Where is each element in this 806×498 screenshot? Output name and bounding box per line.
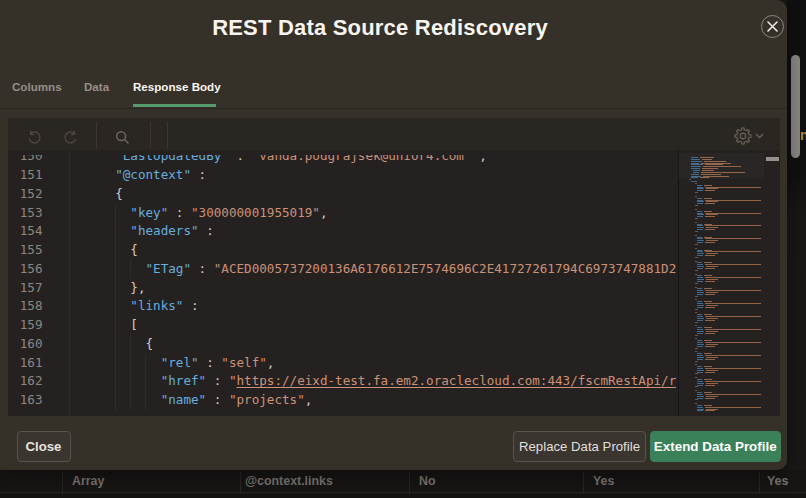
minimap-line [704,327,712,328]
editor-scrollbar-thumb[interactable] [766,157,779,162]
minimap-line [704,366,712,367]
page-scrollbar-thumb[interactable] [791,55,800,158]
minimap-line [704,392,712,393]
code-line-156: 156 "ETag" : "ACED0005737200136A6176612E… [8,260,676,279]
minimap-line [697,213,703,214]
minimap-line [695,183,697,184]
minimap-line [695,209,697,210]
minimap-line [697,307,703,308]
undo-button[interactable] [19,121,51,153]
minimap-line [695,274,697,275]
code-line-159: 159 [ [8,316,676,335]
minimap-line [704,314,712,315]
tab-columns[interactable]: Columns [12,80,62,93]
minimap-line [705,329,761,330]
line-number: 154 [8,222,43,241]
minimap-line [697,407,703,408]
background-column-separator [62,471,63,493]
minimap-line [697,329,703,330]
editor-settings-button[interactable] [727,120,771,152]
indent-guide [130,260,131,279]
code-line-158: 158 "links" : [8,297,676,316]
code-line-151: 151 "@context" : [8,166,676,185]
minimap-line [697,333,703,334]
background-column-separator [409,471,410,493]
minimap-line [697,281,703,282]
dialog-title: REST Data Source Rediscovery [0,15,760,41]
minimap-line [705,398,715,399]
minimap-line [705,355,761,356]
extend-data-profile-button[interactable]: Extend Data Profile [650,431,782,462]
href-link[interactable]: https://eixd-test.fa.em2.oraclecloud.com… [237,373,676,388]
minimap-line [697,253,704,254]
minimap-line [705,346,715,347]
minimap-line [705,342,761,343]
replace-data-profile-button[interactable]: Replace Data Profile [513,431,646,462]
line-text: "LastUpdatedBy" : "vanda.podgrajsek@unio… [100,155,487,166]
tab-response-body[interactable]: Response Body [133,80,221,93]
editor-minimap[interactable] [678,150,764,416]
line-text: "href" : "https://eixd-test.fa.em2.oracl… [100,372,676,391]
line-text: }, [100,279,146,298]
line-number: 156 [8,260,43,279]
minimap-line [697,383,704,384]
minimap-line [697,396,704,397]
minimap-line [689,179,691,180]
close-icon [767,21,778,32]
indent-guide [130,335,131,410]
line-number: 162 [8,372,43,391]
minimap-line [697,372,703,373]
minimap-line [704,250,712,251]
minimap-line [695,390,697,391]
minimap-line [697,251,703,252]
indent-guide [145,354,146,410]
minimap-line [697,211,702,212]
find-button[interactable] [107,121,139,153]
minimap-line [704,237,712,238]
minimap-line [697,264,703,265]
minimap-line [697,327,702,328]
gear-icon [734,127,752,145]
background-table-row: Array @context.links No Yes Yes [0,470,806,493]
minimap-line [705,277,761,278]
minimap-line [695,231,698,232]
minimap-line [706,370,718,371]
tabbar-border [0,108,787,109]
minimap-line [697,381,703,382]
minimap-line [705,385,715,386]
redo-button[interactable] [54,121,86,153]
minimap-slider[interactable] [678,153,764,179]
line-text: { [100,241,138,260]
minimap-line [706,292,718,293]
minimap-line [704,301,712,302]
minimap-line [705,368,761,369]
close-button[interactable] [761,15,784,38]
minimap-line [705,268,715,269]
minimap-line [695,399,698,400]
minimap-line [697,301,702,302]
background-cell-no: No [419,474,436,488]
minimap-line [697,277,703,278]
minimap-line [695,257,698,258]
minimap-line [704,288,712,289]
code-line-162: 162 "href" : "https://eixd-test.fa.em2.o… [8,372,676,391]
code-line-155: 155 { [8,241,676,260]
minimap-line [705,225,761,226]
code-editor: 150 "LastUpdatedBy" : "vanda.podgrajsek@… [8,118,780,416]
close-dialog-button[interactable]: Close [17,431,71,462]
minimap-line [697,379,702,380]
line-number: 157 [8,279,43,298]
undo-icon [26,129,43,146]
editor-code-area[interactable]: 150 "LastUpdatedBy" : "vanda.podgrajsek@… [8,150,780,416]
minimap-line [695,287,697,288]
minimap-line [697,185,702,186]
minimap-line [705,255,715,256]
page-scrollbar[interactable] [790,0,801,498]
minimap-line [697,262,702,263]
code-viewport: 150 "LastUpdatedBy" : "vanda.podgrajsek@… [8,155,676,416]
code-line-152: 152 { [8,185,676,204]
minimap-line [706,201,718,202]
tab-data[interactable]: Data [84,80,109,93]
minimap-line [705,190,715,191]
minimap-line [695,192,698,193]
